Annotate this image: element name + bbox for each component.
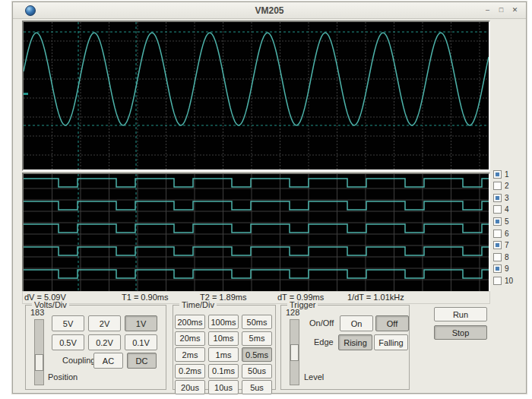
time-btn-20us[interactable]: 20us [175,380,205,394]
checkbox-mark [496,207,499,211]
time-btn-0.1ms[interactable]: 0.1ms [208,364,239,378]
volts-btn-0.2v[interactable]: 0.2V [88,334,121,350]
checkbox-mark [496,255,499,259]
volts-btn-0.5v[interactable]: 0.5V [52,334,84,350]
position-label: Position [48,372,78,382]
checkbox-icon[interactable] [493,170,502,179]
checkbox-mark [496,232,499,236]
checkbox-icon[interactable] [493,264,502,273]
checkbox-mark [496,184,499,188]
trigger-onoff-btn-off[interactable]: Off [375,315,409,331]
channel-checkbox-5[interactable]: 5 [493,216,509,226]
channel-number: 5 [505,217,509,226]
channel-number: 2 [505,182,509,190]
checkbox-icon[interactable] [493,241,502,249]
time-div-label: Time/Div [179,300,217,309]
channel-checkbox-3[interactable]: 3 [493,192,509,203]
position-slider[interactable] [34,319,44,385]
channel-number: 4 [505,205,509,214]
channel-checkbox-6[interactable]: 6 [493,228,509,239]
volts-div-group: Volts/Div 183 5V2V1V0.5V0.2V0.1V Couplin… [25,305,166,390]
volts-btn-2v[interactable]: 2V [88,315,121,331]
coupling-label: Coupling [62,356,95,365]
time-btn-200ms[interactable]: 200ms [175,315,205,329]
channel-checkbox-4[interactable]: 4 [493,204,509,215]
channel-number: 8 [505,253,509,261]
checkbox-mark [496,220,499,223]
minimize-icon[interactable]: – [483,5,492,15]
channel-checkbox-8[interactable]: 8 [493,252,509,262]
oscilloscope-display [22,21,490,171]
run-button[interactable]: Run [434,307,487,321]
channel-checkbox-1[interactable]: 1 [493,169,509,179]
checkbox-mark [496,173,499,176]
time-btn-5us[interactable]: 5us [242,380,272,394]
position-value: 183 [30,308,44,317]
channel-number: 1 [505,170,509,179]
time-btn-0.5ms[interactable]: 0.5ms [242,347,272,362]
level-label: Level [304,372,324,382]
channel-checkbox-10[interactable]: 10 [493,275,513,286]
checkbox-icon[interactable] [493,194,502,202]
checkbox-icon[interactable] [493,230,502,238]
channel-number: 3 [505,194,509,202]
close-icon[interactable]: ✕ [510,5,520,15]
volts-btn-5v[interactable]: 5V [52,315,84,331]
volts-btn-1v[interactable]: 1V [125,315,157,331]
checkbox-icon[interactable] [493,277,502,285]
scope-waveform-svg [24,22,489,169]
trigger-level-value: 128 [286,308,299,317]
channel-checkbox-2[interactable]: 2 [493,181,509,192]
time-btn-5ms[interactable]: 5ms [242,331,272,346]
volts-btn-0.1v[interactable]: 0.1V [125,334,157,350]
channel-number: 6 [505,230,509,238]
time-btn-2ms[interactable]: 2ms [175,347,205,362]
trigger-edge-btn-falling[interactable]: Falling [374,334,408,350]
checkbox-icon[interactable] [493,253,502,261]
level-slider-thumb[interactable] [290,344,299,361]
level-slider[interactable] [290,319,299,385]
edge-label: Edge [314,337,334,347]
app-window: VM205 – □ ✕ 12345678910 dV = 5.09V T1 = … [12,2,527,394]
time-btn-0.2ms[interactable]: 0.2ms [175,364,205,378]
time-btn-1ms[interactable]: 1ms [208,347,239,362]
checkbox-mark [496,279,499,283]
onoff-label: On/Off [309,318,334,328]
window-title: VM205 [13,5,526,16]
title-bar[interactable]: VM205 – □ ✕ [13,2,526,19]
checkbox-mark [496,267,499,271]
t1-readout: T1 = 0.90ms [122,293,168,302]
time-btn-50us[interactable]: 50us [242,364,272,378]
checkbox-mark [496,243,499,247]
checkbox-icon[interactable] [493,182,502,190]
trigger-edge-btn-rising[interactable]: Rising [338,334,372,350]
channel-checkbox-9[interactable]: 9 [493,264,509,274]
coupling-btn-ac[interactable]: AC [93,353,123,369]
maximize-icon[interactable]: □ [496,5,506,15]
checkbox-icon[interactable] [493,205,502,214]
freq-readout: 1/dT = 1.01kHz [347,293,404,302]
time-btn-100ms[interactable]: 100ms [208,315,239,329]
measurement-bar: dV = 5.09V T1 = 0.90ms T2 = 1.89ms dT = … [22,291,490,304]
channel-checkbox-7[interactable]: 7 [493,240,509,251]
checkbox-mark [496,196,499,200]
logic-waveform-svg [24,174,489,291]
checkbox-icon[interactable] [493,217,502,226]
stop-button[interactable]: Stop [434,325,487,340]
position-slider-thumb[interactable] [35,354,43,371]
time-btn-10us[interactable]: 10us [208,380,239,394]
trigger-onoff-btn-on[interactable]: On [340,315,373,331]
channel-number: 7 [505,241,509,249]
time-btn-10ms[interactable]: 10ms [208,331,239,346]
desktop: VM205 – □ ✕ 12345678910 dV = 5.09V T1 = … [0,0,532,399]
time-div-group: Time/Div 200ms100ms50ms20ms10ms5ms2ms1ms… [173,305,276,390]
logic-analyzer-display [22,173,490,293]
channel-number: 10 [505,277,513,285]
time-btn-50ms[interactable]: 50ms [242,315,272,329]
time-btn-20ms[interactable]: 20ms [175,331,205,346]
channel-number: 9 [505,264,509,273]
coupling-btn-dc[interactable]: DC [127,353,157,369]
trigger-group: Trigger 128 On/Off OnOff Edge RisingFall… [280,305,410,390]
